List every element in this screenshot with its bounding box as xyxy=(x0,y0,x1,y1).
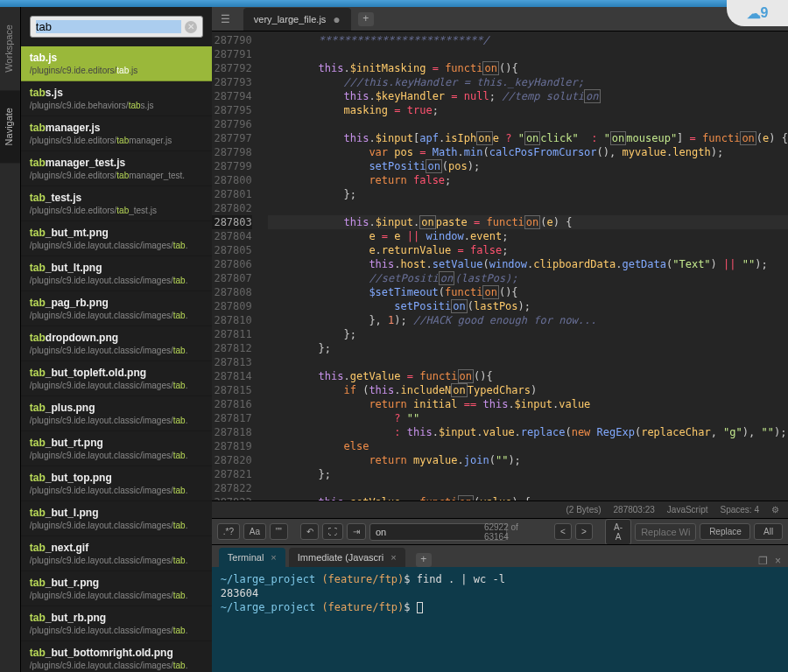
search-results: tab.js/plugins/c9.ide.editors/tab.jstabs… xyxy=(21,46,212,672)
find-prev-button[interactable]: < xyxy=(554,523,572,540)
search-result-item[interactable]: tab_but_rt.png/plugins/c9.ide.layout.cla… xyxy=(21,431,212,466)
menu-icon[interactable]: ☰ xyxy=(221,13,230,25)
search-result-item[interactable]: tab_but_topleft.old.png/plugins/c9.ide.l… xyxy=(21,361,212,396)
workspace-tab[interactable]: Workspace xyxy=(0,7,20,90)
find-next-button[interactable]: > xyxy=(575,523,593,540)
add-terminal-tab[interactable]: + xyxy=(416,553,432,567)
close-tab-icon[interactable]: ● xyxy=(333,12,340,26)
terminal-tab-bar: Terminal× Immediate (Javascri× + ❐ × xyxy=(212,544,788,567)
close-panel-icon[interactable]: × xyxy=(775,555,781,567)
line-gutter: 2877902877912877922877932877942877952877… xyxy=(212,32,263,500)
search-result-item[interactable]: tab_plus.png/plugins/c9.ide.layout.class… xyxy=(21,396,212,431)
side-tab-bar: Workspace Navigate xyxy=(0,7,21,672)
file-tab[interactable]: very_large_file.js ● xyxy=(243,8,351,31)
find-input[interactable] xyxy=(369,523,507,541)
undo-icon[interactable]: ↶ xyxy=(300,523,320,540)
file-tab-label: very_large_file.js xyxy=(254,14,327,24)
search-result-item[interactable]: tab_next.gif/plugins/c9.ide.layout.class… xyxy=(21,536,212,571)
search-input[interactable] xyxy=(36,20,181,33)
regex-toggle[interactable]: .*? xyxy=(217,523,240,540)
status-language[interactable]: JavaScript xyxy=(667,505,708,514)
terminal-tab[interactable]: Terminal× xyxy=(219,548,285,567)
terminal[interactable]: ~/large_project (feature/ftp)$ find . | … xyxy=(212,567,788,672)
search-result-item[interactable]: tab_but_rb.png/plugins/c9.ide.layout.cla… xyxy=(21,606,212,641)
search-result-item[interactable]: tab_but_r.png/plugins/c9.ide.layout.clas… xyxy=(21,571,212,606)
search-result-item[interactable]: tabmanager.js/plugins/c9.ide.editors/tab… xyxy=(21,116,212,151)
fontsize-toggle[interactable]: A-A xyxy=(605,519,631,545)
status-position: 287803:23 xyxy=(614,505,655,514)
search-result-item[interactable]: tab_but_bottomright.old.png/plugins/c9.i… xyxy=(21,641,212,672)
find-replace-bar: .*? Aa "" ↶ ⛶ ⇥ 62922 of 63164 < > A-A R… xyxy=(212,518,788,544)
search-result-item[interactable]: tabs.js/plugins/c9.ide.behaviors/tabs.js xyxy=(21,81,212,116)
status-bytes: (2 Bytes) xyxy=(566,505,602,514)
cloud9-logo[interactable]: ☁9 xyxy=(727,0,788,26)
navigate-tab[interactable]: Navigate xyxy=(0,90,20,163)
code-editor[interactable]: **************************/ this.$initMa… xyxy=(263,32,788,500)
search-result-item[interactable]: tabmanager_test.js/plugins/c9.ide.editor… xyxy=(21,151,212,186)
status-spaces[interactable]: Spaces: 4 xyxy=(721,505,759,514)
search-result-item[interactable]: tab_pag_rb.png/plugins/c9.ide.layout.cla… xyxy=(21,291,212,326)
gear-icon[interactable]: ⚙ xyxy=(771,505,779,514)
replace-input[interactable] xyxy=(635,523,696,541)
close-icon[interactable]: × xyxy=(271,552,276,563)
search-result-item[interactable]: tab_but_mt.png/plugins/c9.ide.layout.cla… xyxy=(21,221,212,256)
wrap-icon[interactable]: ⇥ xyxy=(347,523,366,540)
close-icon[interactable]: × xyxy=(390,552,396,563)
replace-all-button[interactable]: All xyxy=(754,523,783,540)
immediate-tab[interactable]: Immediate (Javascri× xyxy=(289,548,405,567)
selection-icon[interactable]: ⛶ xyxy=(322,523,343,540)
search-result-item[interactable]: tabdropdown.png/plugins/c9.ide.layout.cl… xyxy=(21,326,212,361)
clear-search-icon[interactable]: ✕ xyxy=(185,21,197,33)
search-result-item[interactable]: tab_test.js/plugins/c9.ide.editors/tab_t… xyxy=(21,186,212,221)
search-result-item[interactable]: tab_but_l.png/plugins/c9.ide.layout.clas… xyxy=(21,501,212,536)
search-result-item[interactable]: tab.js/plugins/c9.ide.editors/tab.js xyxy=(21,46,212,81)
wholeword-toggle[interactable]: "" xyxy=(270,523,288,540)
search-box: ✕ xyxy=(30,16,203,38)
case-toggle[interactable]: Aa xyxy=(243,523,266,540)
add-tab-button[interactable]: + xyxy=(358,12,374,26)
replace-button[interactable]: Replace xyxy=(700,523,750,540)
editor-tab-bar: ☰ very_large_file.js ● + xyxy=(212,7,788,32)
status-bar: (2 Bytes) 287803:23 JavaScript Spaces: 4… xyxy=(212,500,788,518)
navigate-panel: ✕ tab.js/plugins/c9.ide.editors/tab.jsta… xyxy=(21,7,212,672)
layout-icon[interactable]: ❐ xyxy=(758,555,768,567)
search-result-item[interactable]: tab_but_lt.png/plugins/c9.ide.layout.cla… xyxy=(21,256,212,291)
search-result-item[interactable]: tab_but_top.png/plugins/c9.ide.layout.cl… xyxy=(21,466,212,501)
